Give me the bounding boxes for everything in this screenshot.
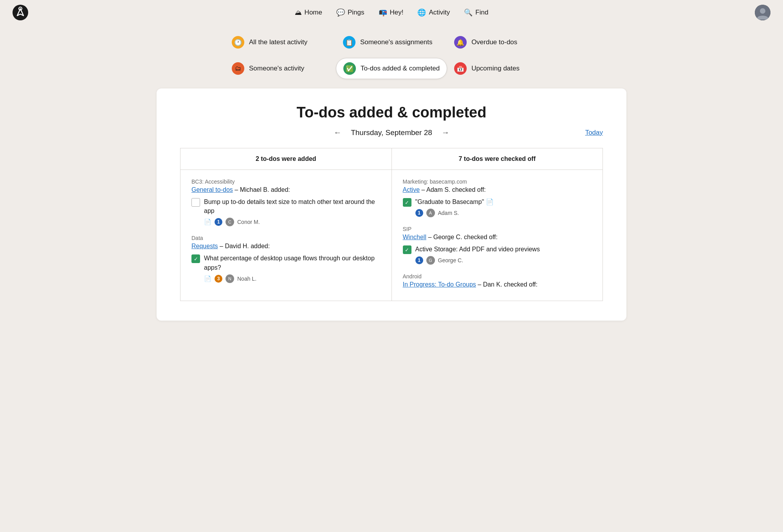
checkedoff-list-link-3[interactable]: In Progress: To-do Groups	[403, 281, 476, 288]
main-card: To-dos added & completed ← Thursday, Sep…	[157, 88, 626, 321]
checkedoff-project-3-text: Android	[403, 273, 422, 280]
user-avatar-small: G	[426, 256, 435, 265]
home-icon: ⛰	[295, 9, 302, 17]
comment-icon: 📄	[204, 275, 211, 282]
meta-user: Noah L.	[237, 276, 256, 282]
nav-hey-label: Hey!	[390, 9, 404, 16]
meta-user: Conor M.	[237, 219, 260, 225]
added-header-text: 2 to-dos were added	[256, 155, 316, 162]
checkedoff-section-1: Marketing: basecamp.com Active – Adam S.…	[403, 179, 592, 217]
added-list-link-2[interactable]: Requests	[191, 243, 218, 249]
latest-activity-icon: 🕐	[232, 36, 244, 49]
checkedoff-title-line-1: Active – Adam S. checked off:	[403, 186, 592, 193]
user-avatar[interactable]	[755, 5, 770, 20]
date-display: Thursday, September 28	[351, 128, 432, 137]
added-section-2: Data Requests – David H. added: ✓ What p…	[191, 235, 381, 283]
checkedoff-column-header: 7 to-dos were checked off	[392, 148, 603, 170]
checkedoff-project-2-text: SIP	[403, 226, 412, 232]
meta-row: 1 A Adam S.	[415, 209, 494, 217]
nav-home[interactable]: ⛰ Home	[295, 9, 322, 17]
checkedoff-project-1-text: Marketing: basecamp.com	[403, 179, 467, 185]
next-date-arrow[interactable]: →	[442, 128, 449, 137]
filter-overdue-todos[interactable]: 🔔 Overdue to-dos	[447, 32, 558, 52]
meta-user: George C.	[438, 257, 464, 263]
todo-text: "Graduate to Basecamp" 📄	[415, 197, 494, 206]
nav-activity[interactable]: 🌐 Activity	[417, 8, 450, 17]
added-column-header: 2 to-dos were added	[180, 148, 392, 170]
filter-todos-added-label: To-dos added & completed	[361, 65, 440, 72]
filter-overdue-label: Overdue to-dos	[471, 38, 517, 46]
comment-badge: 1	[415, 256, 423, 264]
activity-icon: 🌐	[417, 8, 426, 17]
todo-checkbox-checked[interactable]: ✓	[403, 198, 411, 207]
todo-columns: 2 to-dos were added 7 to-dos were checke…	[180, 148, 603, 301]
checkedoff-by-3: – Dan K. checked off:	[478, 281, 538, 288]
checkedoff-header-text: 7 to-dos were checked off	[459, 155, 536, 162]
meta-row: 1 G George C.	[415, 256, 540, 265]
upcoming-dates-icon: 📅	[454, 62, 467, 75]
prev-date-arrow[interactable]: ←	[334, 128, 341, 137]
filter-bar: 🕐 All the latest activity 📋 Someone's as…	[215, 32, 568, 79]
added-project-1: BC3: Accessibility	[191, 179, 381, 185]
filter-assignments-label: Someone's assignments	[360, 38, 433, 46]
checkedoff-by-1: – Adam S. checked off:	[422, 186, 486, 193]
meta-row: 📄 3 N Noah L.	[204, 274, 381, 283]
overdue-icon: 🔔	[454, 36, 467, 49]
filter-latest-activity-label: All the latest activity	[249, 38, 307, 46]
meta-row: 📄 1 C Conor M.	[204, 218, 381, 226]
pings-icon: 💬	[336, 8, 345, 17]
nav-pings-label: Pings	[348, 9, 364, 16]
comment-badge-orange: 3	[215, 275, 222, 283]
meta-user: Adam S.	[438, 210, 459, 216]
comment-icon: 📄	[204, 218, 211, 225]
added-list-link-1[interactable]: General to-dos	[191, 186, 233, 193]
nav-activity-label: Activity	[429, 9, 450, 16]
comment-badge: 1	[415, 209, 423, 217]
app-logo[interactable]	[13, 5, 28, 20]
added-by-2: – David H. added:	[220, 243, 270, 249]
find-icon: 🔍	[464, 8, 473, 17]
added-project-1-text: BC3: Accessibility	[191, 179, 235, 185]
filter-someones-assignments[interactable]: 📋 Someone's assignments	[336, 32, 447, 52]
checkedoff-section-3: Android In Progress: To-do Groups – Dan …	[403, 273, 592, 288]
added-title-line-1: General to-dos – Michael B. added:	[191, 186, 381, 193]
filter-todos-added-completed[interactable]: ✅ To-dos added & completed	[336, 58, 447, 79]
added-by-1: – Michael B. added:	[235, 186, 290, 193]
checkedoff-title-line-2: Winchell – George C. checked off:	[403, 234, 592, 241]
added-project-2-text: Data	[191, 235, 203, 241]
nav-items: ⛰ Home 💬 Pings 📭 Hey! 🌐 Activity 🔍 Find	[295, 8, 489, 17]
user-avatar-small: C	[226, 218, 234, 226]
checkedoff-project-2: SIP	[403, 226, 592, 232]
assignments-icon: 📋	[343, 36, 355, 49]
checkedoff-title-line-3: In Progress: To-do Groups – Dan K. check…	[403, 281, 592, 288]
filter-someones-activity[interactable]: 🗂 Someone's activity	[225, 58, 336, 79]
todo-item: ✓ What percentage of desktop usage flows…	[191, 254, 381, 283]
added-title-line-2: Requests – David H. added:	[191, 243, 381, 250]
user-avatar-small: N	[226, 274, 234, 283]
nav-pings[interactable]: 💬 Pings	[336, 8, 364, 17]
today-link[interactable]: Today	[585, 129, 603, 137]
checkedoff-project-1: Marketing: basecamp.com	[403, 179, 592, 185]
nav-hey[interactable]: 📭 Hey!	[379, 8, 404, 17]
date-nav: ← Thursday, September 28 → Today	[180, 128, 603, 137]
added-section-1: BC3: Accessibility General to-dos – Mich…	[191, 179, 381, 226]
todo-checkbox-checked[interactable]: ✓	[403, 245, 411, 254]
filter-upcoming-dates-label: Upcoming dates	[471, 65, 520, 72]
nav-find[interactable]: 🔍 Find	[464, 8, 488, 17]
checkedoff-list-link-2[interactable]: Winchell	[403, 234, 426, 240]
filter-latest-activity[interactable]: 🕐 All the latest activity	[225, 32, 336, 52]
added-column-body: BC3: Accessibility General to-dos – Mich…	[180, 170, 392, 301]
user-avatar-small: A	[426, 209, 435, 217]
todo-checkbox-checked[interactable]: ✓	[191, 254, 200, 263]
todo-text: Bump up to-do details text size to match…	[204, 197, 381, 215]
todo-item: ✓ Active Storage: Add PDF and video prev…	[403, 245, 592, 265]
checkedoff-list-link-1[interactable]: Active	[403, 186, 420, 193]
filter-upcoming-dates[interactable]: 📅 Upcoming dates	[447, 58, 558, 79]
checkedoff-section-2: SIP Winchell – George C. checked off: ✓ …	[403, 226, 592, 265]
checkedoff-by-2: – George C. checked off:	[428, 234, 498, 240]
todo-item: ✓ "Graduate to Basecamp" 📄 1 A Adam S.	[403, 197, 592, 217]
todo-item: Bump up to-do details text size to match…	[191, 197, 381, 226]
todo-checkbox-unchecked[interactable]	[191, 198, 200, 207]
todos-added-icon: ✅	[343, 62, 356, 75]
checkedoff-column-body: Marketing: basecamp.com Active – Adam S.…	[392, 170, 603, 301]
